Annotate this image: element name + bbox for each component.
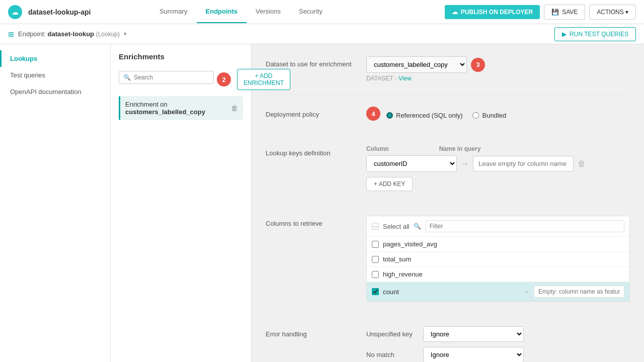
save-icon: 💾 [551, 9, 559, 16]
enrichment-item[interactable]: Enrichment on customers_labelled_copy 🗑 [119, 96, 243, 120]
actions-button[interactable]: ACTIONS ▾ [589, 5, 636, 20]
column-item-total: total_sum [367, 252, 629, 267]
deployment-radio-group: Referenced (SQL only) Bundled [386, 109, 506, 119]
name-in-query-input[interactable] [473, 156, 574, 171]
play-icon: ▶ [562, 31, 567, 38]
app-logo-icon: ☁ [8, 5, 22, 19]
lookup-column-select[interactable]: customerID [366, 155, 457, 172]
save-button[interactable]: 💾 SAVE [544, 5, 585, 20]
dataset-view-link[interactable]: View [398, 75, 412, 82]
unspecified-key-label: Unspecified key [366, 330, 415, 338]
breadcrumb-chevron-icon[interactable]: ▾ [124, 31, 127, 37]
deployment-control: 4 Referenced (SQL only) Bundled [366, 107, 630, 121]
column-revenue-label: high_revenue [383, 270, 624, 278]
columns-retrieve-label: Columns to retrieve [266, 216, 366, 227]
topbar: ☁ dataset-lookup-api Summary Endpoints V… [0, 0, 644, 24]
select-all-label: Select all [383, 223, 410, 230]
column-count-arrow-icon: → [523, 288, 530, 296]
search-input[interactable] [134, 74, 209, 81]
column-revenue-checkbox[interactable] [372, 271, 379, 278]
radio-bundled-input[interactable] [472, 112, 479, 119]
cloud-icon: ☁ [452, 9, 458, 16]
enrichments-list-panel: Enrichments 🔍 2 + ADD ENRICHMENT Enrichm… [111, 44, 252, 362]
enrichments-title: Enrichments [119, 52, 243, 61]
filter-input[interactable] [425, 220, 624, 232]
column-count-rename-input[interactable] [534, 286, 624, 298]
column-item-revenue: high_revenue [367, 267, 629, 282]
sidebar-item-lookups[interactable]: Lookups [0, 50, 110, 67]
enrichments-container: Enrichments 🔍 2 + ADD ENRICHMENT Enrichm… [111, 44, 644, 362]
search-add-row: 🔍 2 + ADD ENRICHMENT [119, 69, 243, 90]
no-match-label: No match [366, 351, 415, 358]
breadcrumb-bar: ⊞ Endpoint: dataset-lookup (Lookup) ▾ ▶ … [0, 24, 644, 44]
column-header-label: Column [366, 145, 389, 152]
tab-endpoints[interactable]: Endpoints [197, 1, 247, 23]
error-handling-control: Unspecified key Ignore Error Default val… [366, 326, 630, 362]
error-handling-section: Error handling Unspecified key Ignore Er… [266, 326, 630, 362]
sidebar: Lookups Test queries OpenAPI documentati… [0, 44, 111, 362]
deployment-label: Deployment policy [266, 107, 366, 118]
no-match-select[interactable]: Ignore Error Default value [423, 347, 524, 362]
search-box: 🔍 [119, 71, 214, 84]
column-pages-checkbox[interactable] [372, 241, 379, 248]
dataset-select-row: customers_labelled_copy 3 [366, 56, 630, 73]
content-area: Enrichments 🔍 2 + ADD ENRICHMENT Enrichm… [111, 44, 644, 362]
column-count-label: count [383, 288, 519, 296]
publish-button[interactable]: ☁ PUBLISH ON DEPLOYER [445, 5, 540, 19]
radio-bundled[interactable]: Bundled [472, 112, 506, 119]
error-handling-label: Error handling [266, 326, 366, 338]
dataset-select[interactable]: customers_labelled_copy [366, 56, 467, 73]
step-badge-2: 2 [217, 72, 231, 86]
tab-security[interactable]: Security [290, 1, 332, 23]
column-total-checkbox[interactable] [372, 256, 379, 263]
run-test-queries-button[interactable]: ▶ RUN TEST QUERIES [554, 27, 636, 41]
step-badge-3: 3 [471, 58, 485, 72]
search-icon: 🔍 [123, 74, 131, 81]
app-title: dataset-lookup-api [28, 8, 91, 16]
enrichment-delete-icon[interactable]: 🗑 [231, 104, 238, 112]
name-in-query-header-label: Name in query [439, 145, 481, 152]
dataset-control: customers_labelled_copy 3 DATASET - View [366, 56, 630, 82]
breadcrumb: Endpoint: dataset-lookup (Lookup) [18, 30, 120, 38]
columns-retrieve-section: Columns to retrieve — Select all 🔍 [266, 216, 630, 314]
column-count-checkbox[interactable] [372, 288, 379, 295]
detail-panel: Dataset to use for enrichment customers_… [252, 44, 644, 362]
radio-referenced[interactable]: Referenced (SQL only) [386, 112, 462, 119]
sidebar-item-test-queries[interactable]: Test queries [0, 67, 110, 83]
add-key-button[interactable]: + ADD KEY [366, 177, 413, 191]
main-layout: Lookups Test queries OpenAPI documentati… [0, 44, 644, 362]
column-pages-label: pages_visited_avg [383, 240, 624, 248]
columns-retrieve-control: — Select all 🔍 pages_visited_avg [366, 216, 630, 302]
enrichment-item-label: Enrichment on customers_labelled_copy [125, 101, 231, 116]
unspecified-key-select[interactable]: Ignore Error Default value [423, 326, 524, 342]
lookup-keys-section: Lookup keys definition Column Name in qu… [266, 145, 630, 204]
column-item-pages: pages_visited_avg [367, 237, 629, 252]
arrow-right-icon: → [461, 159, 469, 168]
column-item-count: count → [367, 282, 629, 301]
step-badge-4: 4 [366, 107, 380, 121]
top-nav: Summary Endpoints Versions Security [150, 1, 332, 23]
column-total-label: total_sum [383, 255, 624, 263]
dataset-link: DATASET - View [366, 75, 630, 82]
select-all-checkbox[interactable]: — [372, 223, 379, 230]
radio-referenced-input[interactable] [386, 112, 393, 119]
endpoint-icon: ⊞ [8, 30, 14, 38]
columns-retrieve-box: — Select all 🔍 pages_visited_avg [366, 216, 630, 302]
dataset-section: Dataset to use for enrichment customers_… [266, 56, 630, 95]
tab-versions[interactable]: Versions [247, 1, 290, 23]
sidebar-item-openapi[interactable]: OpenAPI documentation [0, 83, 110, 100]
lookup-key-delete-icon[interactable]: 🗑 [578, 159, 586, 168]
deployment-section: Deployment policy 4 Referenced (SQL only… [266, 107, 630, 133]
topbar-actions: ☁ PUBLISH ON DEPLOYER 💾 SAVE ACTIONS ▾ [445, 5, 636, 20]
lookup-keys-label: Lookup keys definition [266, 145, 366, 157]
lookup-keys-control: Column Name in query customerID → 🗑 + AD… [366, 145, 630, 191]
columns-header: — Select all 🔍 [367, 216, 629, 237]
lookup-key-row: customerID → 🗑 [366, 155, 630, 172]
dataset-label: Dataset to use for enrichment [266, 56, 366, 68]
error-handling-grid: Unspecified key Ignore Error Default val… [366, 326, 630, 362]
filter-icon: 🔍 [414, 223, 421, 230]
tab-summary[interactable]: Summary [150, 1, 197, 23]
